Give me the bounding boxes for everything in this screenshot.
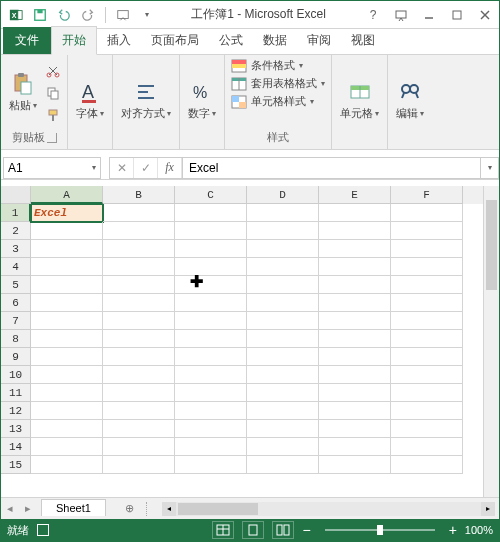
- cell[interactable]: [31, 456, 103, 474]
- column-header[interactable]: F: [391, 186, 463, 204]
- editing-button[interactable]: 编辑▾: [392, 78, 428, 123]
- ribbon-options-icon[interactable]: [387, 1, 415, 29]
- cell[interactable]: [175, 402, 247, 420]
- cell[interactable]: [391, 204, 463, 222]
- scrollbar-thumb[interactable]: [178, 503, 258, 515]
- tab-view[interactable]: 视图: [341, 27, 385, 54]
- dialog-launcher-icon[interactable]: [47, 133, 57, 143]
- row-header[interactable]: 11: [1, 384, 31, 402]
- sheet-nav-next-icon[interactable]: ▸: [19, 502, 37, 515]
- save-icon[interactable]: [29, 4, 51, 26]
- tab-home[interactable]: 开始: [51, 26, 97, 55]
- cell[interactable]: [319, 402, 391, 420]
- horizontal-scrollbar[interactable]: ◂ ▸: [162, 502, 495, 516]
- fx-button[interactable]: fx: [158, 158, 182, 178]
- row-header[interactable]: 6: [1, 294, 31, 312]
- cell[interactable]: [391, 438, 463, 456]
- enter-button[interactable]: ✓: [134, 158, 158, 178]
- row-header[interactable]: 2: [1, 222, 31, 240]
- row-header[interactable]: 8: [1, 330, 31, 348]
- tab-review[interactable]: 审阅: [297, 27, 341, 54]
- cell[interactable]: [391, 456, 463, 474]
- cell[interactable]: [31, 312, 103, 330]
- format-painter-button[interactable]: [43, 105, 63, 125]
- tab-formulas[interactable]: 公式: [209, 27, 253, 54]
- cell[interactable]: [31, 366, 103, 384]
- cell[interactable]: [247, 276, 319, 294]
- cell[interactable]: [31, 384, 103, 402]
- cell[interactable]: [319, 312, 391, 330]
- cell[interactable]: [103, 294, 175, 312]
- cell[interactable]: [31, 348, 103, 366]
- cell[interactable]: [247, 222, 319, 240]
- cell[interactable]: [319, 384, 391, 402]
- cell[interactable]: [31, 420, 103, 438]
- cell[interactable]: [391, 312, 463, 330]
- macro-record-icon[interactable]: [37, 524, 49, 536]
- excel-icon[interactable]: X: [5, 4, 27, 26]
- row-header[interactable]: 4: [1, 258, 31, 276]
- cell[interactable]: [31, 294, 103, 312]
- row-header[interactable]: 5: [1, 276, 31, 294]
- cell[interactable]: [247, 402, 319, 420]
- cell[interactable]: [319, 420, 391, 438]
- cell[interactable]: [247, 384, 319, 402]
- cell[interactable]: [247, 456, 319, 474]
- view-page-layout-icon[interactable]: [242, 521, 264, 539]
- row-header[interactable]: 7: [1, 312, 31, 330]
- cell[interactable]: [319, 222, 391, 240]
- cell[interactable]: [247, 240, 319, 258]
- minimize-icon[interactable]: [415, 1, 443, 29]
- cell[interactable]: [391, 366, 463, 384]
- row-header[interactable]: 10: [1, 366, 31, 384]
- cell[interactable]: [319, 456, 391, 474]
- cell[interactable]: [391, 294, 463, 312]
- cell[interactable]: [391, 384, 463, 402]
- cell[interactable]: [103, 456, 175, 474]
- cell[interactable]: [175, 204, 247, 222]
- cancel-button[interactable]: ✕: [110, 158, 134, 178]
- zoom-out-button[interactable]: −: [302, 522, 310, 538]
- sheet-tab[interactable]: Sheet1: [41, 499, 106, 516]
- cell[interactable]: [247, 258, 319, 276]
- tab-page-layout[interactable]: 页面布局: [141, 27, 209, 54]
- cell[interactable]: [103, 258, 175, 276]
- zoom-knob[interactable]: [377, 525, 383, 535]
- cell[interactable]: [31, 276, 103, 294]
- cell[interactable]: [247, 348, 319, 366]
- cell[interactable]: [175, 456, 247, 474]
- row-header[interactable]: 1: [1, 204, 31, 222]
- zoom-in-button[interactable]: +: [449, 522, 457, 538]
- cell[interactable]: [247, 366, 319, 384]
- format-as-table-button[interactable]: 套用表格格式 ▾: [229, 75, 327, 92]
- row-header[interactable]: 12: [1, 402, 31, 420]
- undo-icon[interactable]: [53, 4, 75, 26]
- cell[interactable]: [319, 438, 391, 456]
- cell[interactable]: [391, 402, 463, 420]
- paste-button[interactable]: 粘贴▾: [5, 70, 41, 115]
- number-button[interactable]: % 数字▾: [184, 78, 220, 123]
- cell[interactable]: [319, 240, 391, 258]
- column-header[interactable]: B: [103, 186, 175, 204]
- row-header[interactable]: 9: [1, 348, 31, 366]
- close-icon[interactable]: [471, 1, 499, 29]
- cell[interactable]: [175, 348, 247, 366]
- cell[interactable]: [31, 330, 103, 348]
- copy-button[interactable]: [43, 83, 63, 103]
- cell[interactable]: [175, 420, 247, 438]
- cell[interactable]: [175, 330, 247, 348]
- cell[interactable]: [103, 348, 175, 366]
- row-header[interactable]: 15: [1, 456, 31, 474]
- column-header[interactable]: D: [247, 186, 319, 204]
- cell[interactable]: [391, 348, 463, 366]
- cell[interactable]: [31, 258, 103, 276]
- cell[interactable]: [175, 240, 247, 258]
- cut-button[interactable]: [43, 61, 63, 81]
- scroll-left-icon[interactable]: ◂: [162, 502, 176, 516]
- cell[interactable]: [319, 294, 391, 312]
- cell[interactable]: [103, 330, 175, 348]
- name-box[interactable]: A1▾: [3, 157, 101, 179]
- cell[interactable]: [103, 204, 175, 222]
- cell[interactable]: [175, 312, 247, 330]
- help-icon[interactable]: ?: [359, 1, 387, 29]
